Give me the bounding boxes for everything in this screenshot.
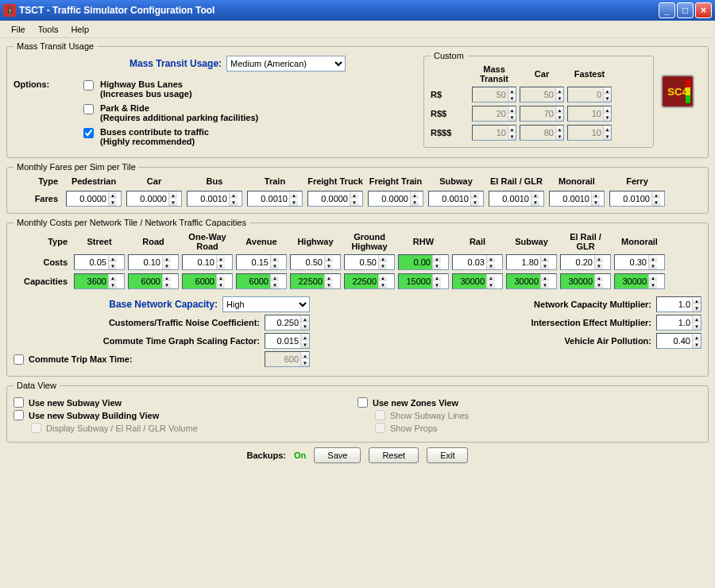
cost-val-0[interactable]: ▲▼ [74, 254, 125, 270]
opt3-label: Buses contribute to traffic [100, 127, 209, 137]
fares-hdr-5: Freight Train [368, 176, 423, 186]
group-mass-transit-usage: Mass Transit Usage Mass Transit Usage: M… [6, 41, 709, 158]
cost-val-4[interactable]: ▲▼ [290, 254, 341, 270]
custom-a1[interactable]: ▲▼ [472, 87, 516, 103]
cb-dv-b[interactable] [14, 410, 24, 420]
custom-a2[interactable]: ▲▼ [520, 87, 564, 103]
costs-hdr-6: RHW [398, 237, 449, 246]
p1-input[interactable]: ▲▼ [265, 315, 310, 331]
menu-help[interactable]: Help [64, 23, 95, 36]
cost-val-2[interactable]: ▲▼ [182, 254, 233, 270]
fares-val-1[interactable]: ▲▼ [126, 191, 182, 207]
opt2-sub: (Requires additional parking facilities) [100, 113, 258, 122]
custom-hdr-mt: Mass Transit [472, 64, 516, 83]
bnc-select[interactable]: High [222, 296, 310, 312]
p2-input[interactable]: ▲▼ [265, 333, 310, 349]
cost-val-10[interactable]: ▲▼ [614, 254, 665, 270]
p3-label: Commute Trip Max Time: [29, 354, 133, 364]
exit-button[interactable]: Exit [427, 447, 468, 463]
cap-val-4[interactable]: ▲▼ [290, 273, 341, 289]
cb-park-ride[interactable] [83, 104, 94, 114]
cost-val-5[interactable]: ▲▼ [344, 254, 395, 270]
p6-input[interactable]: ▲▼ [656, 333, 701, 349]
fares-val-0[interactable]: ▲▼ [66, 191, 122, 207]
custom-c1[interactable]: ▲▼ [472, 125, 516, 141]
custom-c2[interactable]: ▲▼ [520, 125, 564, 141]
cap-val-0[interactable]: ▲▼ [74, 273, 125, 289]
fares-val-9[interactable]: ▲▼ [609, 191, 665, 207]
costs-hdr-4: Highway [290, 237, 341, 246]
p3-input[interactable]: ▲▼ [265, 351, 310, 367]
p1-label: Customers/Traffic Noise Coefficient: [14, 318, 260, 327]
cap-val-1[interactable]: ▲▼ [128, 273, 179, 289]
reset-button[interactable]: Reset [369, 447, 419, 463]
fares-hdr-1: Car [126, 176, 182, 186]
fares-val-7[interactable]: ▲▼ [489, 191, 544, 207]
cost-val-9[interactable]: ▲▼ [560, 254, 611, 270]
cap-val-2[interactable]: ▲▼ [182, 273, 233, 289]
fares-val-2[interactable]: ▲▼ [187, 191, 242, 207]
dv-a: Use new Subway View [29, 398, 122, 408]
p5-input[interactable]: ▲▼ [656, 315, 701, 331]
fares-val-4[interactable]: ▲▼ [307, 191, 363, 207]
cb-highway-bus-lanes[interactable] [83, 80, 94, 91]
fares-type: Type [14, 176, 61, 186]
costs-hdr-0: Street [74, 237, 125, 246]
fares-hdr-7: El Rail / GLR [489, 176, 544, 186]
cap-val-3[interactable]: ▲▼ [236, 273, 287, 289]
costs-row-lbl: Costs [14, 257, 71, 267]
costs-hdr-10: Monorail [614, 237, 665, 246]
minimize-button[interactable]: _ [659, 2, 675, 18]
cb-dv-a[interactable] [14, 397, 24, 408]
costs-hdr-3: Avenue [236, 237, 287, 246]
cb-commute-max[interactable] [14, 354, 24, 365]
p6-label: Vehicle Air Pollution: [358, 336, 651, 346]
fares-hdr-2: Bus [187, 176, 242, 186]
menu-file[interactable]: File [5, 23, 32, 36]
cost-val-3[interactable]: ▲▼ [236, 254, 287, 270]
custom-r2: R$$ [431, 109, 469, 118]
mtu-label: Mass Transit Usage: [129, 58, 222, 69]
close-button[interactable]: × [695, 2, 712, 18]
cost-val-6[interactable]: ▲▼ [398, 254, 449, 270]
custom-hdr-fast: Fastest [567, 69, 612, 79]
cost-val-8[interactable]: ▲▼ [506, 254, 557, 270]
costs-hdr-7: Rail [452, 237, 503, 246]
backups-status: On [294, 451, 306, 460]
cb-dv-d[interactable] [358, 397, 368, 408]
cost-val-7[interactable]: ▲▼ [452, 254, 503, 270]
costs-hdr-1: Road [128, 237, 179, 246]
fares-val-3[interactable]: ▲▼ [247, 191, 303, 207]
fares-val-5[interactable]: ▲▼ [368, 191, 423, 207]
fares-val-8[interactable]: ▲▼ [549, 191, 605, 207]
cap-val-6[interactable]: ▲▼ [398, 273, 449, 289]
cap-val-9[interactable]: ▲▼ [560, 273, 611, 289]
costs-hdr-8: Subway [506, 237, 557, 246]
fares-hdr-0: Pedestrian [66, 176, 122, 186]
cb-buses-traffic[interactable] [83, 128, 94, 138]
cap-val-7[interactable]: ▲▼ [452, 273, 503, 289]
custom-b1[interactable]: ▲▼ [472, 106, 516, 122]
cb-dv-e [375, 410, 385, 420]
p4-label: Network Capacity Multiplier: [358, 300, 651, 309]
maximize-button[interactable]: □ [677, 2, 694, 18]
custom-b3[interactable]: ▲▼ [567, 106, 612, 122]
cost-val-1[interactable]: ▲▼ [128, 254, 179, 270]
dv-f: Show Props [390, 424, 437, 433]
cap-val-10[interactable]: ▲▼ [614, 273, 665, 289]
save-button[interactable]: Save [314, 447, 361, 463]
custom-c3[interactable]: ▲▼ [567, 125, 612, 141]
cap-val-5[interactable]: ▲▼ [344, 273, 395, 289]
dv-b: Use new Subway Building View [29, 411, 159, 420]
cap-val-8[interactable]: ▲▼ [506, 273, 557, 289]
bnc-label: Base Network Capacity: [14, 299, 218, 310]
custom-a3[interactable]: ▲▼ [567, 87, 612, 103]
custom-r1: R$ [431, 90, 469, 99]
p5-label: Intersection Effect Multiplier: [358, 318, 651, 327]
p4-input[interactable]: ▲▼ [656, 296, 701, 312]
menu-tools[interactable]: Tools [32, 23, 65, 36]
opt1-sub: (Increases bus usage) [100, 89, 192, 99]
mtu-select[interactable]: Medium (American) [226, 56, 346, 72]
custom-b2[interactable]: ▲▼ [520, 106, 564, 122]
fares-val-6[interactable]: ▲▼ [428, 191, 484, 207]
